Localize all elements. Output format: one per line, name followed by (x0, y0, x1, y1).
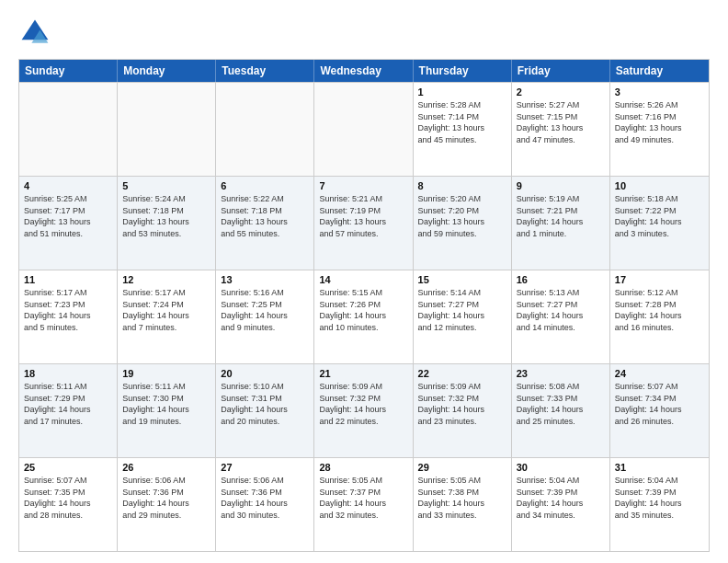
calendar-cell: 16Sunrise: 5:13 AM Sunset: 7:27 PM Dayli… (512, 270, 610, 363)
cell-info: Sunrise: 5:20 AM Sunset: 7:20 PM Dayligh… (418, 193, 506, 239)
calendar-cell (19, 83, 118, 176)
cell-info: Sunrise: 5:04 AM Sunset: 7:39 PM Dayligh… (517, 475, 605, 521)
page: SundayMondayTuesdayWednesdayThursdayFrid… (0, 0, 728, 563)
calendar-cell: 28Sunrise: 5:05 AM Sunset: 7:37 PM Dayli… (314, 458, 413, 551)
calendar-cell: 15Sunrise: 5:14 AM Sunset: 7:27 PM Dayli… (414, 270, 512, 363)
cell-info: Sunrise: 5:16 AM Sunset: 7:25 PM Dayligh… (221, 287, 309, 333)
day-number: 13 (221, 274, 309, 285)
cell-info: Sunrise: 5:09 AM Sunset: 7:32 PM Dayligh… (319, 381, 407, 427)
logo (18, 17, 55, 50)
day-number: 19 (122, 368, 210, 379)
calendar-cell: 9Sunrise: 5:19 AM Sunset: 7:21 PM Daylig… (512, 177, 610, 270)
cell-info: Sunrise: 5:09 AM Sunset: 7:32 PM Dayligh… (418, 381, 506, 427)
calendar-cell: 12Sunrise: 5:17 AM Sunset: 7:24 PM Dayli… (118, 270, 216, 363)
cell-info: Sunrise: 5:05 AM Sunset: 7:38 PM Dayligh… (418, 475, 506, 521)
calendar-cell: 26Sunrise: 5:06 AM Sunset: 7:36 PM Dayli… (118, 458, 216, 551)
weekday-header: Saturday (610, 60, 709, 82)
calendar-row: 18Sunrise: 5:11 AM Sunset: 7:29 PM Dayli… (19, 363, 709, 457)
calendar-cell: 27Sunrise: 5:06 AM Sunset: 7:36 PM Dayli… (216, 458, 314, 551)
header (18, 17, 710, 50)
day-number: 23 (517, 368, 605, 379)
calendar-cell: 18Sunrise: 5:11 AM Sunset: 7:29 PM Dayli… (19, 364, 118, 457)
calendar-cell (216, 83, 314, 176)
day-number: 28 (319, 462, 407, 473)
cell-info: Sunrise: 5:21 AM Sunset: 7:19 PM Dayligh… (319, 193, 407, 239)
cell-info: Sunrise: 5:07 AM Sunset: 7:35 PM Dayligh… (24, 475, 112, 521)
day-number: 16 (517, 274, 605, 285)
calendar-cell: 6Sunrise: 5:22 AM Sunset: 7:18 PM Daylig… (216, 177, 314, 270)
cell-info: Sunrise: 5:06 AM Sunset: 7:36 PM Dayligh… (122, 475, 210, 521)
cell-info: Sunrise: 5:25 AM Sunset: 7:17 PM Dayligh… (24, 193, 112, 239)
logo-icon (18, 17, 51, 50)
calendar-cell: 24Sunrise: 5:07 AM Sunset: 7:34 PM Dayli… (610, 364, 709, 457)
cell-info: Sunrise: 5:11 AM Sunset: 7:29 PM Dayligh… (24, 381, 112, 427)
calendar-cell: 8Sunrise: 5:20 AM Sunset: 7:20 PM Daylig… (414, 177, 512, 270)
calendar-cell: 17Sunrise: 5:12 AM Sunset: 7:28 PM Dayli… (610, 270, 709, 363)
day-number: 3 (615, 86, 704, 98)
day-number: 9 (517, 180, 605, 191)
weekday-header: Monday (118, 60, 216, 82)
cell-info: Sunrise: 5:19 AM Sunset: 7:21 PM Dayligh… (517, 193, 605, 239)
day-number: 6 (221, 180, 309, 191)
cell-info: Sunrise: 5:13 AM Sunset: 7:27 PM Dayligh… (517, 287, 605, 333)
calendar-cell: 3Sunrise: 5:26 AM Sunset: 7:16 PM Daylig… (610, 83, 709, 176)
cell-info: Sunrise: 5:17 AM Sunset: 7:24 PM Dayligh… (122, 287, 210, 333)
cell-info: Sunrise: 5:11 AM Sunset: 7:30 PM Dayligh… (122, 381, 210, 427)
calendar-cell: 25Sunrise: 5:07 AM Sunset: 7:35 PM Dayli… (19, 458, 118, 551)
calendar-cell (314, 83, 413, 176)
calendar-body: 1Sunrise: 5:28 AM Sunset: 7:14 PM Daylig… (19, 82, 709, 551)
day-number: 12 (122, 274, 210, 285)
day-number: 7 (319, 180, 407, 191)
day-number: 17 (615, 274, 704, 285)
calendar-cell: 31Sunrise: 5:04 AM Sunset: 7:39 PM Dayli… (610, 458, 709, 551)
day-number: 25 (24, 462, 112, 473)
cell-info: Sunrise: 5:12 AM Sunset: 7:28 PM Dayligh… (615, 287, 704, 333)
day-number: 10 (615, 180, 704, 191)
calendar-cell: 10Sunrise: 5:18 AM Sunset: 7:22 PM Dayli… (610, 177, 709, 270)
weekday-header: Wednesday (314, 60, 413, 82)
day-number: 8 (418, 180, 506, 191)
calendar-cell: 20Sunrise: 5:10 AM Sunset: 7:31 PM Dayli… (216, 364, 314, 457)
calendar-cell: 19Sunrise: 5:11 AM Sunset: 7:30 PM Dayli… (118, 364, 216, 457)
day-number: 15 (418, 274, 506, 285)
cell-info: Sunrise: 5:14 AM Sunset: 7:27 PM Dayligh… (418, 287, 506, 333)
day-number: 1 (418, 86, 506, 98)
day-number: 18 (24, 368, 112, 379)
day-number: 31 (615, 462, 704, 473)
weekday-header: Thursday (414, 60, 512, 82)
calendar-cell (118, 83, 216, 176)
day-number: 26 (122, 462, 210, 473)
calendar-row: 1Sunrise: 5:28 AM Sunset: 7:14 PM Daylig… (19, 82, 709, 176)
calendar-row: 25Sunrise: 5:07 AM Sunset: 7:35 PM Dayli… (19, 457, 709, 551)
calendar: SundayMondayTuesdayWednesdayThursdayFrid… (18, 59, 710, 552)
cell-info: Sunrise: 5:22 AM Sunset: 7:18 PM Dayligh… (221, 193, 309, 239)
day-number: 29 (418, 462, 506, 473)
calendar-cell: 1Sunrise: 5:28 AM Sunset: 7:14 PM Daylig… (414, 83, 512, 176)
cell-info: Sunrise: 5:07 AM Sunset: 7:34 PM Dayligh… (615, 381, 704, 427)
calendar-cell: 22Sunrise: 5:09 AM Sunset: 7:32 PM Dayli… (414, 364, 512, 457)
day-number: 5 (122, 180, 210, 191)
calendar-cell: 14Sunrise: 5:15 AM Sunset: 7:26 PM Dayli… (314, 270, 413, 363)
cell-info: Sunrise: 5:26 AM Sunset: 7:16 PM Dayligh… (615, 99, 704, 145)
calendar-row: 4Sunrise: 5:25 AM Sunset: 7:17 PM Daylig… (19, 176, 709, 270)
day-number: 22 (418, 368, 506, 379)
cell-info: Sunrise: 5:24 AM Sunset: 7:18 PM Dayligh… (122, 193, 210, 239)
calendar-cell: 13Sunrise: 5:16 AM Sunset: 7:25 PM Dayli… (216, 270, 314, 363)
cell-info: Sunrise: 5:27 AM Sunset: 7:15 PM Dayligh… (517, 99, 605, 145)
cell-info: Sunrise: 5:04 AM Sunset: 7:39 PM Dayligh… (615, 475, 704, 521)
day-number: 4 (24, 180, 112, 191)
cell-info: Sunrise: 5:06 AM Sunset: 7:36 PM Dayligh… (221, 475, 309, 521)
cell-info: Sunrise: 5:17 AM Sunset: 7:23 PM Dayligh… (24, 287, 112, 333)
weekday-header: Sunday (19, 60, 118, 82)
day-number: 30 (517, 462, 605, 473)
calendar-cell: 2Sunrise: 5:27 AM Sunset: 7:15 PM Daylig… (512, 83, 610, 176)
day-number: 20 (221, 368, 309, 379)
cell-info: Sunrise: 5:05 AM Sunset: 7:37 PM Dayligh… (319, 475, 407, 521)
cell-info: Sunrise: 5:18 AM Sunset: 7:22 PM Dayligh… (615, 193, 704, 239)
calendar-cell: 23Sunrise: 5:08 AM Sunset: 7:33 PM Dayli… (512, 364, 610, 457)
day-number: 11 (24, 274, 112, 285)
weekday-header: Friday (512, 60, 610, 82)
day-number: 2 (517, 86, 605, 98)
calendar-cell: 21Sunrise: 5:09 AM Sunset: 7:32 PM Dayli… (314, 364, 413, 457)
day-number: 24 (615, 368, 704, 379)
